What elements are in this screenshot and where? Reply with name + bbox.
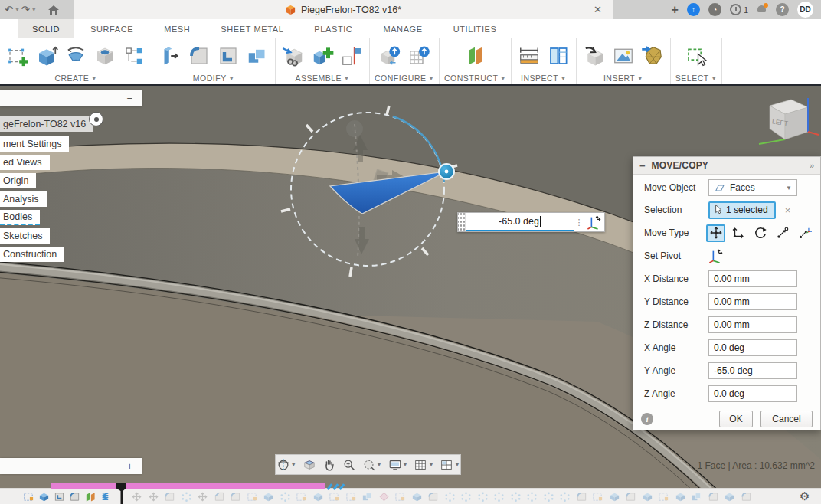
dialog-overflow-icon[interactable]: »	[810, 161, 814, 170]
timeline-feature-erase-pending[interactable]	[378, 491, 390, 502]
section-tool-button[interactable]	[545, 41, 571, 70]
timeline-feature-extrude-pending[interactable]	[263, 491, 274, 502]
info-icon[interactable]: i	[641, 413, 653, 425]
ribbon-tab-plastic[interactable]: PLASTIC	[300, 19, 366, 38]
fillet-tool-button[interactable]	[186, 41, 212, 70]
timeline-feature-fillet[interactable]	[69, 491, 80, 502]
timeline-playhead[interactable]	[115, 483, 129, 504]
ribbon-tab-utilities[interactable]: UTILITIES	[440, 19, 511, 38]
sketch-tool-button[interactable]	[5, 41, 31, 70]
close-tab-icon[interactable]: ✕	[594, 0, 602, 19]
ribbon-tab-sheet-metal[interactable]: SHEET METAL	[207, 19, 297, 38]
grid-nav-button[interactable]: ▼	[411, 455, 436, 474]
dialog-collapse-icon[interactable]: −	[639, 160, 646, 172]
timeline-feature-fillet-pending[interactable]	[625, 491, 636, 502]
toolbar-group-label[interactable]: CONFIGURE▼	[375, 72, 434, 84]
browser-item-construction[interactable]: Construction	[0, 247, 64, 262]
help-icon[interactable]: ?	[776, 3, 789, 16]
component-activate-radio[interactable]	[89, 112, 103, 126]
ribbon-tab-manage[interactable]: MANAGE	[369, 19, 436, 38]
browser-item-origin[interactable]: Origin	[0, 173, 36, 188]
x-distance-input[interactable]	[708, 270, 797, 287]
user-avatar[interactable]: DD	[797, 2, 813, 18]
insertcomp-tool-button[interactable]	[280, 41, 306, 70]
timeline-feature-fillet-pending[interactable]	[576, 491, 587, 502]
redo-dropdown-icon[interactable]: ▼	[31, 7, 37, 12]
derive-tool-button[interactable]	[581, 41, 607, 70]
lookat-nav-button[interactable]	[300, 455, 319, 474]
hole-tool-button[interactable]	[92, 41, 118, 70]
timeline-feature-extrude-pending[interactable]	[411, 491, 423, 502]
timeline-feature-move-pending[interactable]	[131, 491, 142, 502]
revolve-tool-button[interactable]	[63, 41, 89, 70]
viewports-nav-button[interactable]: ▼	[437, 455, 462, 474]
browser-item-analysis[interactable]: Analysis	[0, 191, 47, 207]
toolbar-group-label[interactable]: INSPECT▼	[521, 72, 566, 84]
timeline-feature-sketch-pending[interactable]	[247, 491, 258, 502]
browser-item-bodies[interactable]: Bodies	[0, 210, 40, 225]
timeline-feature-dots-pending[interactable]	[280, 491, 291, 502]
newcomp-tool-button[interactable]	[309, 41, 335, 70]
pattern-tool-button[interactable]	[121, 41, 147, 70]
timeline-feature-fillet-pending[interactable]	[230, 491, 241, 502]
z-distance-input[interactable]	[708, 316, 797, 333]
configure-tool-button[interactable]	[377, 41, 403, 70]
selection-chip[interactable]: 1 selected	[708, 201, 776, 219]
model-canvas[interactable]: -65.0 deg ⋮ LEFT − geFrelon-TO82 v16 men…	[0, 86, 821, 504]
selectbox-tool-button[interactable]	[683, 41, 709, 70]
move-type-translate-button[interactable]	[728, 224, 747, 242]
joint-tool-button[interactable]	[339, 41, 365, 70]
more-options-icon[interactable]: ⋮	[574, 213, 584, 231]
dialog-header[interactable]: − MOVE/COPY »	[633, 157, 820, 175]
timeline-feature-combine-pending[interactable]	[691, 491, 702, 502]
document-tab[interactable]: PiegeFrelon-TO82 v16* ✕	[74, 0, 613, 19]
timeline-feature-extrude-pending[interactable]	[642, 491, 653, 502]
toolbar-group-label[interactable]: CONSTRUCT▼	[444, 72, 506, 84]
timeline-feature-combine-pending[interactable]	[361, 491, 373, 502]
move-object-dropdown[interactable]: Faces ▼	[708, 179, 797, 196]
timeline-feature-extrude-pending[interactable]	[724, 491, 735, 502]
shell-tool-button[interactable]	[215, 41, 241, 70]
planes-tool-button[interactable]	[462, 41, 488, 70]
timeline-feature-extrude-pending[interactable]	[675, 491, 686, 502]
browser-item-ed-views[interactable]: ed Views	[0, 155, 50, 170]
toolbar-group-label[interactable]: CREATE▼	[54, 72, 96, 84]
y-angle-input[interactable]	[708, 362, 797, 379]
ribbon-tab-surface[interactable]: SURFACE	[77, 19, 147, 38]
configtable-tool-button[interactable]	[406, 41, 432, 70]
set-pivot-icon[interactable]	[584, 213, 604, 231]
timeline-feature-dots-pending[interactable]	[526, 491, 538, 502]
notifications-bell-icon[interactable]	[757, 4, 767, 15]
timeline-feature-sketch-pending[interactable]	[296, 491, 307, 502]
timeline-feature-sketch-pending[interactable]	[592, 491, 603, 502]
home-icon[interactable]	[47, 4, 60, 16]
timeline-feature-extrude-pending[interactable]	[609, 491, 620, 502]
redo-button[interactable]: ↷	[21, 0, 30, 19]
timeline-feature-dots-pending[interactable]	[444, 491, 456, 502]
z-angle-input[interactable]	[708, 385, 797, 402]
drag-grip[interactable]	[458, 213, 466, 231]
timeline-feature-fillet-pending[interactable]	[427, 491, 439, 502]
timeline-feature-dots-pending[interactable]	[181, 491, 192, 502]
toolbar-group-label[interactable]: ASSEMBLE▼	[295, 72, 349, 84]
timeline-feature-chamfer-pending[interactable]	[214, 491, 225, 502]
timeline-feature-fillet-pending[interactable]	[741, 491, 752, 502]
view-cube[interactable]: LEFT	[754, 92, 820, 156]
ok-button[interactable]: OK	[719, 411, 753, 427]
timeline-feature-extrude-pending[interactable]	[312, 491, 324, 502]
timeline-feature-planes[interactable]	[84, 491, 96, 502]
x-angle-input[interactable]	[708, 339, 797, 356]
canvasimg-tool-button[interactable]	[610, 41, 636, 70]
presspull-tool-button[interactable]	[157, 41, 183, 70]
meshins-tool-button[interactable]	[639, 41, 666, 70]
pan-nav-button[interactable]	[320, 455, 339, 474]
timeline-feature-dots-pending[interactable]	[477, 491, 489, 502]
timeline-group-bar[interactable]	[51, 483, 325, 489]
upload-sync-icon[interactable]: ↑	[687, 3, 700, 16]
timeline-feature-sketch-pending[interactable]	[329, 491, 340, 502]
combine-tool-button[interactable]	[244, 41, 270, 70]
move-type-point-to-position-button[interactable]	[795, 224, 814, 242]
timeline-feature-fillet-pending[interactable]	[164, 491, 175, 502]
toolbar-group-label[interactable]: INSERT▼	[603, 72, 643, 84]
timeline-feature-extrude[interactable]	[38, 491, 50, 502]
